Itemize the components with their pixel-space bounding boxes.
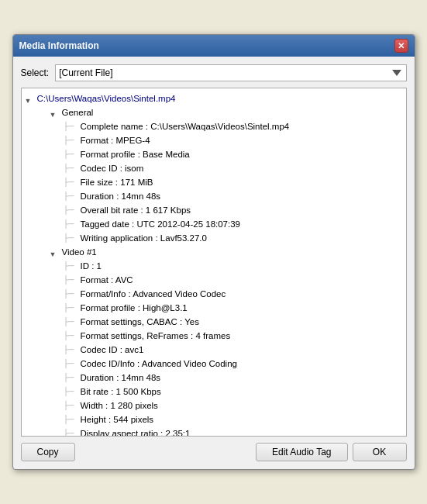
list-item: Duration : 14mn 48s <box>62 371 403 385</box>
list-item: Display aspect ratio : 2.35:1 <box>62 426 403 437</box>
copy-button[interactable]: Copy <box>21 443 75 461</box>
list-item: Tagged date : UTC 2012-04-25 18:07:39 <box>62 217 403 231</box>
general-header: General <box>50 105 403 119</box>
general-section: General Complete name : C:\Users\Waqas\V… <box>25 105 403 245</box>
general-items: Complete name : C:\Users\Waqas\Videos\Si… <box>50 119 403 245</box>
list-item: ID : 1 <box>62 259 403 273</box>
info-panel[interactable]: C:\Users\Waqas\Videos\Sintel.mp4 General… <box>21 88 407 437</box>
title-bar: Media Information ✕ <box>13 35 415 57</box>
list-item: File size : 171 MiB <box>62 175 403 189</box>
list-item: Duration : 14mn 48s <box>62 189 403 203</box>
list-item: Format profile : High@L3.1 <box>62 301 403 315</box>
list-item: Complete name : C:\Users\Waqas\Videos\Si… <box>62 119 403 133</box>
dialog-body: Select: [Current File] C:\Users\Waqas\Vi… <box>13 57 415 469</box>
list-item: Format settings, CABAC : Yes <box>62 315 403 329</box>
ok-button[interactable]: OK <box>353 443 407 461</box>
video-section: Video #1 ID : 1 Format : AVC Format/Info… <box>25 245 403 437</box>
list-item: Width : 1 280 pixels <box>62 399 403 413</box>
tree-root: C:\Users\Waqas\Videos\Sintel.mp4 <box>25 91 403 105</box>
buttons-row: Copy Edit Audio Tag OK <box>21 443 407 461</box>
list-item: Bit rate : 1 500 Kbps <box>62 385 403 399</box>
media-information-dialog: Media Information ✕ Select: [Current Fil… <box>12 34 415 470</box>
video-header: Video #1 <box>50 245 403 259</box>
list-item: Height : 544 pixels <box>62 413 403 426</box>
list-item: Format/Info : Advanced Video Codec <box>62 287 403 301</box>
list-item: Format : MPEG-4 <box>62 133 403 147</box>
close-button[interactable]: ✕ <box>394 39 408 53</box>
list-item: Codec ID : isom <box>62 161 403 175</box>
list-item: Format : AVC <box>62 273 403 287</box>
dialog-title: Media Information <box>19 40 99 51</box>
list-item: Writing application : Lavf53.27.0 <box>62 231 403 245</box>
select-row: Select: [Current File] <box>21 64 407 81</box>
list-item: Format profile : Base Media <box>62 147 403 161</box>
video-items: ID : 1 Format : AVC Format/Info : Advanc… <box>50 259 403 437</box>
select-label: Select: <box>21 67 50 78</box>
edit-audio-tag-button[interactable]: Edit Audio Tag <box>256 443 348 461</box>
list-item: Format settings, ReFrames : 4 frames <box>62 329 403 343</box>
list-item: Codec ID : avc1 <box>62 343 403 357</box>
list-item: Codec ID/Info : Advanced Video Coding <box>62 357 403 371</box>
list-item: Overall bit rate : 1 617 Kbps <box>62 203 403 217</box>
file-select[interactable]: [Current File] <box>55 64 406 81</box>
right-buttons: Edit Audio Tag OK <box>256 443 407 461</box>
